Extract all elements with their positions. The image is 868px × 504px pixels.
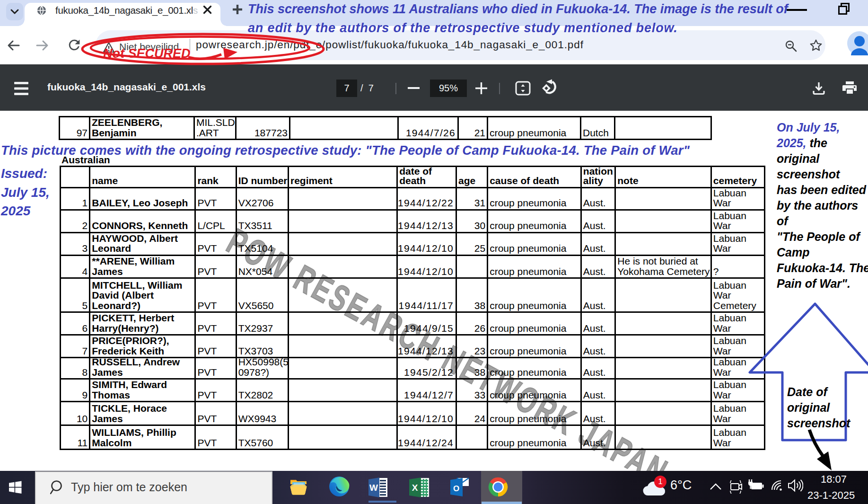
svg-text:O: O [453,484,459,493]
svg-text:X: X [412,483,418,493]
svg-text:W: W [369,483,378,493]
